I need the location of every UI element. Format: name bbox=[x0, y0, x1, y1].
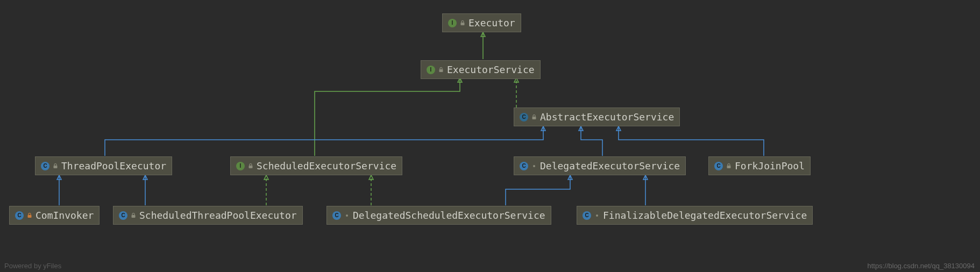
node-label: FinalizableDelegatedExecutorService bbox=[603, 210, 807, 221]
lock-icon bbox=[460, 20, 465, 26]
node-label: ThreadPoolExecutor bbox=[61, 160, 166, 171]
node-thread-pool-executor[interactable]: C ThreadPoolExecutor bbox=[35, 156, 172, 175]
svg-rect-1 bbox=[439, 69, 443, 72]
node-delegated-executor-service[interactable]: C DelegatedExecutorService bbox=[514, 156, 686, 175]
node-label: AbstractExecutorService bbox=[540, 111, 674, 123]
class-icon: C bbox=[583, 211, 591, 220]
lock-icon bbox=[438, 67, 444, 73]
interface-icon: I bbox=[448, 19, 457, 27]
svg-rect-0 bbox=[461, 23, 465, 25]
svg-point-9 bbox=[346, 214, 348, 217]
svg-rect-7 bbox=[28, 215, 32, 218]
node-label: ComInvoker bbox=[35, 210, 94, 221]
class-icon: C bbox=[714, 162, 723, 170]
node-com-invoker[interactable]: C ComInvoker bbox=[9, 206, 100, 225]
lock-icon bbox=[248, 163, 253, 169]
node-label: ForkJoinPool bbox=[735, 160, 805, 171]
node-label: DelegatedExecutorService bbox=[540, 160, 680, 171]
node-label: ScheduledThreadPoolExecutor bbox=[139, 210, 297, 221]
node-fork-join-pool[interactable]: C ForkJoinPool bbox=[708, 156, 811, 175]
watermark-right: https://blog.csdn.net/qq_38130094 bbox=[868, 262, 975, 270]
dot-icon bbox=[344, 213, 350, 218]
interface-icon: I bbox=[427, 66, 435, 74]
class-icon: C bbox=[520, 162, 528, 170]
node-label: ScheduledExecutorService bbox=[257, 160, 396, 171]
class-icon: C bbox=[41, 162, 49, 170]
lock-icon bbox=[531, 114, 537, 120]
node-scheduled-thread-pool-executor[interactable]: C ScheduledThreadPoolExecutor bbox=[113, 206, 303, 225]
node-label: Executor bbox=[468, 17, 515, 28]
svg-rect-3 bbox=[54, 166, 58, 168]
class-icon: C bbox=[15, 211, 24, 220]
svg-rect-6 bbox=[727, 166, 731, 168]
svg-point-5 bbox=[533, 165, 535, 167]
lock-icon bbox=[726, 163, 732, 169]
svg-rect-8 bbox=[132, 215, 136, 218]
lock-locked-icon bbox=[27, 213, 32, 218]
svg-rect-2 bbox=[532, 117, 536, 119]
lock-icon bbox=[131, 213, 136, 218]
dot-icon bbox=[531, 163, 537, 169]
class-icon: C bbox=[332, 211, 341, 220]
abstract-class-icon: C bbox=[520, 113, 528, 121]
node-executor-service[interactable]: I ExecutorService bbox=[421, 60, 541, 79]
node-executor[interactable]: I Executor bbox=[442, 13, 521, 32]
lock-icon bbox=[53, 163, 58, 169]
watermark-left: Powered by yFiles bbox=[4, 262, 61, 270]
node-scheduled-executor-service[interactable]: I ScheduledExecutorService bbox=[230, 156, 402, 175]
node-delegated-scheduled-executor-service[interactable]: C DelegatedScheduledExecutorService bbox=[326, 206, 551, 225]
interface-icon: I bbox=[236, 162, 245, 170]
svg-rect-4 bbox=[249, 166, 253, 168]
node-label: DelegatedScheduledExecutorService bbox=[353, 210, 545, 221]
dot-icon bbox=[594, 213, 600, 218]
class-icon: C bbox=[119, 211, 127, 220]
connector-layer bbox=[0, 0, 980, 272]
svg-point-10 bbox=[596, 214, 598, 217]
node-abstract-executor-service[interactable]: C AbstractExecutorService bbox=[514, 108, 680, 126]
node-finalizable-delegated-executor-service[interactable]: C FinalizableDelegatedExecutorService bbox=[577, 206, 813, 225]
node-label: ExecutorService bbox=[447, 64, 535, 75]
